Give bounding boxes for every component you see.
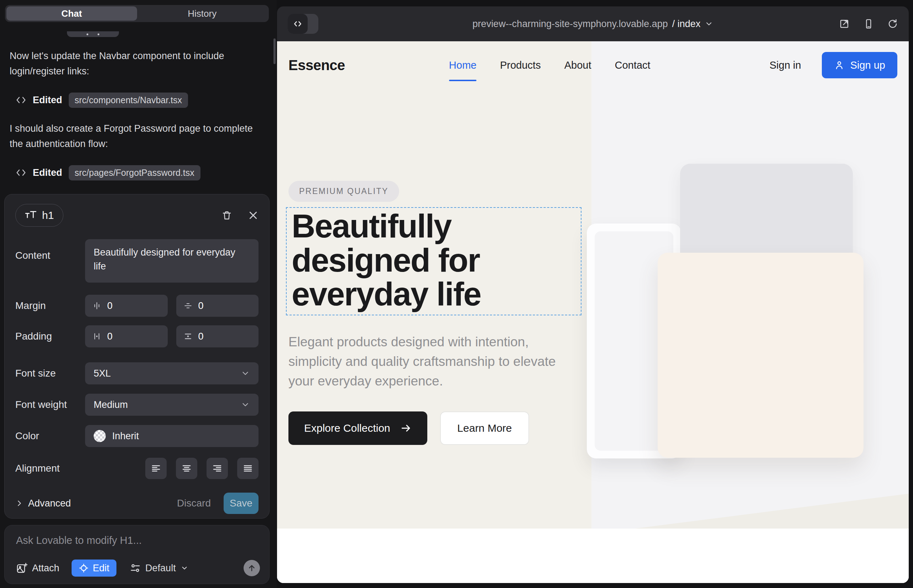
nav-link-about[interactable]: About xyxy=(564,56,591,75)
decor-card-cream xyxy=(658,253,863,458)
chevron-right-icon xyxy=(15,499,23,507)
file-chip[interactable]: src/pages/ForgotPassword.tsx xyxy=(69,165,201,181)
tab-history[interactable]: History xyxy=(137,6,268,21)
discard-button[interactable]: Discard xyxy=(177,498,211,509)
site-viewport: Essence Home Products About Contact Sign… xyxy=(277,41,909,583)
arrow-right-icon xyxy=(400,423,412,434)
align-left-button[interactable] xyxy=(145,458,167,479)
user-icon xyxy=(834,60,845,71)
padding-x-input[interactable]: 0 xyxy=(85,325,168,347)
nav-link-home[interactable]: Home xyxy=(449,56,476,75)
tab-chat[interactable]: Chat xyxy=(6,6,137,21)
scrolled-chip-partial xyxy=(67,31,119,37)
align-right-button[interactable] xyxy=(207,458,228,479)
font-weight-select[interactable]: Medium xyxy=(85,394,259,416)
hero-heading: Beautifully designed for everyday life xyxy=(287,208,581,312)
target-icon xyxy=(79,563,89,573)
nav-links: Home Products About Contact xyxy=(449,56,651,75)
font-weight-label: Font weight xyxy=(15,399,85,410)
element-tag-pill[interactable]: h1 xyxy=(15,204,63,227)
edited-label: Edited xyxy=(33,167,62,178)
font-weight-value: Medium xyxy=(94,399,128,410)
assistant-message: I should also create a Forgot Password p… xyxy=(10,121,255,151)
align-right-icon xyxy=(212,463,223,474)
url-path: / index xyxy=(672,18,701,29)
edited-file-row[interactable]: Edited src/components/Navbar.tsx xyxy=(16,92,188,108)
content-input[interactable]: Beautifully designed for everyday life xyxy=(85,239,259,283)
external-link-icon xyxy=(839,18,850,29)
content-label: Content xyxy=(15,250,85,261)
element-style-editor: h1 Content Beautifully designed for eve xyxy=(4,194,270,519)
margin-x-value: 0 xyxy=(107,300,113,312)
editor-header: h1 xyxy=(15,204,259,227)
nav-link-contact[interactable]: Contact xyxy=(615,56,650,75)
attach-icon xyxy=(16,562,28,574)
advanced-toggle[interactable]: Advanced xyxy=(15,498,71,509)
color-select[interactable]: Inherit xyxy=(85,425,259,447)
mobile-icon xyxy=(863,18,874,29)
align-left-icon xyxy=(151,463,161,474)
code-preview-toggle[interactable] xyxy=(288,14,318,34)
chat-composer[interactable]: Ask Lovable to modify H1... Attach Edit … xyxy=(4,525,270,584)
sign-up-button[interactable]: Sign up xyxy=(822,52,897,78)
edit-mode-button[interactable]: Edit xyxy=(71,559,117,577)
assistant-message: Now let's update the Navbar component to… xyxy=(10,48,255,79)
chevron-down-icon xyxy=(181,564,188,572)
chevron-down-icon xyxy=(241,369,250,378)
code-icon xyxy=(288,14,308,34)
hero-section: Essence Home Products About Contact Sign… xyxy=(277,41,909,528)
explore-collection-button[interactable]: Explore Collection xyxy=(288,412,427,445)
learn-more-button[interactable]: Learn More xyxy=(440,412,529,445)
margin-y-icon xyxy=(183,301,193,310)
color-label: Color xyxy=(15,430,85,442)
open-external-button[interactable] xyxy=(839,18,850,29)
composer-input[interactable]: Ask Lovable to modify H1... xyxy=(16,535,258,546)
margin-y-input[interactable]: 0 xyxy=(176,295,259,317)
attach-button[interactable]: Attach xyxy=(16,562,60,574)
font-size-value: 5XL xyxy=(94,368,111,379)
file-chip[interactable]: src/components/Navbar.tsx xyxy=(69,92,188,108)
hero-cta-row: Explore Collection Learn More xyxy=(288,412,529,445)
chevron-down-icon xyxy=(241,400,250,409)
refresh-icon xyxy=(887,18,898,29)
padding-y-input[interactable]: 0 xyxy=(176,325,259,347)
mode-label: Default xyxy=(145,563,176,574)
edited-file-row[interactable]: Edited src/pages/ForgotPassword.tsx xyxy=(16,165,201,181)
refresh-button[interactable] xyxy=(887,18,898,29)
mobile-view-button[interactable] xyxy=(863,18,874,29)
padding-x-icon xyxy=(92,332,102,341)
url-breadcrumb[interactable]: preview--charming-site-symphony.lovable.… xyxy=(473,6,713,41)
padding-y-value: 0 xyxy=(198,331,204,342)
site-logo[interactable]: Essence xyxy=(288,57,345,73)
align-center-button[interactable] xyxy=(176,458,197,479)
save-button[interactable]: Save xyxy=(223,493,259,514)
close-editor-button[interactable] xyxy=(248,210,259,221)
padding-y-icon xyxy=(183,332,193,341)
font-size-select[interactable]: 5XL xyxy=(85,362,259,384)
element-selection-outline[interactable]: Beautifully designed for everyday life xyxy=(286,207,581,315)
align-justify-button[interactable] xyxy=(237,458,259,479)
nav-link-products[interactable]: Products xyxy=(500,56,541,75)
margin-x-icon xyxy=(92,301,102,310)
font-size-label: Font size xyxy=(15,368,85,379)
edited-label: Edited xyxy=(33,95,62,106)
code-icon xyxy=(16,167,26,178)
explore-label: Explore Collection xyxy=(304,422,390,434)
align-center-icon xyxy=(181,463,192,474)
site-navbar: Essence Home Products About Contact Sign… xyxy=(277,41,909,89)
code-icon xyxy=(16,95,26,105)
advanced-label: Advanced xyxy=(28,498,71,509)
sign-up-label: Sign up xyxy=(850,60,885,71)
mode-select[interactable]: Default xyxy=(130,563,188,574)
delete-element-button[interactable] xyxy=(222,210,232,221)
chat-scrollbar[interactable] xyxy=(274,39,275,64)
alignment-label: Alignment xyxy=(15,463,85,474)
element-tag-name: h1 xyxy=(42,209,54,221)
margin-x-input[interactable]: 0 xyxy=(85,295,168,317)
sign-in-link[interactable]: Sign in xyxy=(769,60,801,71)
section-below-hero xyxy=(277,528,909,583)
send-button[interactable] xyxy=(244,560,260,576)
premium-badge: PREMIUM QUALITY xyxy=(288,181,399,202)
color-swatch xyxy=(94,430,106,442)
attach-label: Attach xyxy=(32,563,60,574)
